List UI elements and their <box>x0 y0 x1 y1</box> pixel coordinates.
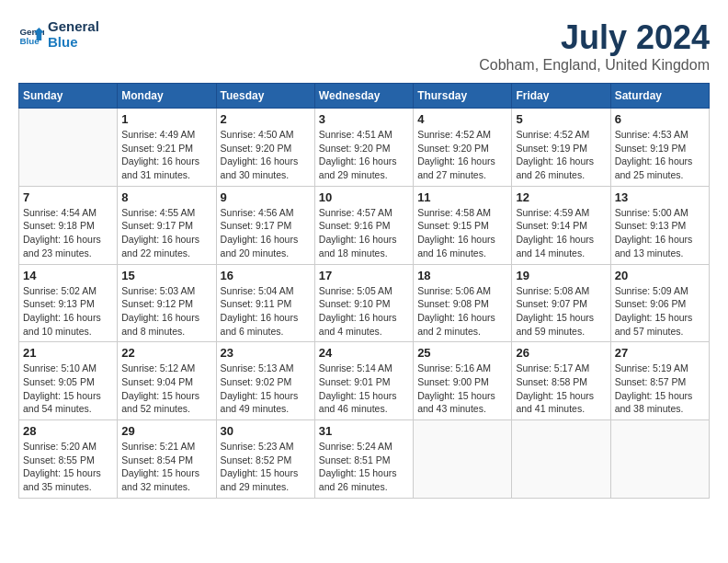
day-number: 18 <box>417 269 507 282</box>
day-number: 27 <box>615 346 705 360</box>
calendar-cell: 27Sunrise: 5:19 AMSunset: 8:57 PMDayligh… <box>610 342 709 420</box>
day-info: Sunrise: 5:06 AMSunset: 9:08 PMDaylight:… <box>417 284 507 339</box>
calendar-cell: 13Sunrise: 5:00 AMSunset: 9:13 PMDayligh… <box>610 186 709 264</box>
day-info: Sunrise: 5:04 AMSunset: 9:11 PMDaylight:… <box>221 284 311 339</box>
day-info: Sunrise: 5:19 AMSunset: 8:57 PMDaylight:… <box>615 362 705 416</box>
day-info: Sunrise: 4:58 AMSunset: 9:15 PMDaylight:… <box>417 206 507 260</box>
day-info: Sunrise: 5:02 AMSunset: 9:13 PMDaylight:… <box>23 284 113 339</box>
day-number: 2 <box>221 112 311 126</box>
day-header-tuesday: Tuesday <box>216 84 314 109</box>
day-header-friday: Friday <box>512 84 610 109</box>
calendar-cell: 21Sunrise: 5:10 AMSunset: 9:05 PMDayligh… <box>19 342 118 420</box>
calendar-cell: 18Sunrise: 5:06 AMSunset: 9:08 PMDayligh… <box>414 264 512 342</box>
day-info: Sunrise: 5:12 AMSunset: 9:04 PMDaylight:… <box>121 362 211 416</box>
day-info: Sunrise: 5:24 AMSunset: 8:51 PMDaylight:… <box>319 440 409 494</box>
calendar-cell: 4Sunrise: 4:52 AMSunset: 9:20 PMDaylight… <box>414 109 512 187</box>
day-info: Sunrise: 5:03 AMSunset: 9:12 PMDaylight:… <box>121 284 211 339</box>
day-number: 28 <box>23 424 113 438</box>
day-number: 16 <box>221 269 311 282</box>
calendar-cell <box>512 420 610 499</box>
day-info: Sunrise: 5:09 AMSunset: 9:06 PMDaylight:… <box>615 284 705 339</box>
calendar-cell: 10Sunrise: 4:57 AMSunset: 9:16 PMDayligh… <box>314 186 413 264</box>
day-number: 11 <box>417 190 507 204</box>
day-number: 26 <box>516 346 606 360</box>
calendar-cell: 16Sunrise: 5:04 AMSunset: 9:11 PMDayligh… <box>216 264 314 342</box>
logo-icon: General Blue <box>18 21 44 47</box>
day-info: Sunrise: 5:23 AMSunset: 8:52 PMDaylight:… <box>221 440 311 494</box>
day-info: Sunrise: 4:57 AMSunset: 9:16 PMDaylight:… <box>319 206 409 260</box>
calendar-cell: 5Sunrise: 4:52 AMSunset: 9:19 PMDaylight… <box>512 109 610 187</box>
day-header-thursday: Thursday <box>414 84 512 109</box>
calendar-table: SundayMondayTuesdayWednesdayThursdayFrid… <box>18 83 710 499</box>
day-number: 7 <box>23 190 113 204</box>
day-header-monday: Monday <box>118 84 216 109</box>
calendar-cell: 1Sunrise: 4:49 AMSunset: 9:21 PMDaylight… <box>118 109 216 187</box>
calendar-cell: 19Sunrise: 5:08 AMSunset: 9:07 PMDayligh… <box>512 264 610 342</box>
calendar-cell: 11Sunrise: 4:58 AMSunset: 9:15 PMDayligh… <box>414 186 512 264</box>
day-info: Sunrise: 4:54 AMSunset: 9:18 PMDaylight:… <box>23 206 113 260</box>
calendar-cell: 26Sunrise: 5:17 AMSunset: 8:58 PMDayligh… <box>512 342 610 420</box>
day-info: Sunrise: 4:52 AMSunset: 9:19 PMDaylight:… <box>516 128 606 182</box>
day-info: Sunrise: 4:55 AMSunset: 9:17 PMDaylight:… <box>121 206 211 260</box>
calendar-cell: 22Sunrise: 5:12 AMSunset: 9:04 PMDayligh… <box>118 342 216 420</box>
day-info: Sunrise: 4:50 AMSunset: 9:20 PMDaylight:… <box>221 128 311 182</box>
calendar-cell: 2Sunrise: 4:50 AMSunset: 9:20 PMDaylight… <box>216 109 314 187</box>
day-number: 31 <box>319 424 409 438</box>
calendar-cell <box>19 109 118 187</box>
calendar-cell: 31Sunrise: 5:24 AMSunset: 8:51 PMDayligh… <box>314 420 413 499</box>
calendar-cell: 6Sunrise: 4:53 AMSunset: 9:19 PMDaylight… <box>610 109 709 187</box>
day-number: 24 <box>319 346 409 360</box>
day-header-saturday: Saturday <box>610 84 709 109</box>
day-info: Sunrise: 5:16 AMSunset: 9:00 PMDaylight:… <box>417 362 507 416</box>
calendar-cell: 15Sunrise: 5:03 AMSunset: 9:12 PMDayligh… <box>118 264 216 342</box>
calendar-cell: 7Sunrise: 4:54 AMSunset: 9:18 PMDaylight… <box>19 186 118 264</box>
day-header-wednesday: Wednesday <box>314 84 413 109</box>
day-number: 9 <box>221 190 311 204</box>
day-number: 30 <box>221 424 311 438</box>
day-number: 19 <box>516 269 606 282</box>
day-info: Sunrise: 5:20 AMSunset: 8:55 PMDaylight:… <box>23 440 113 494</box>
calendar-cell: 20Sunrise: 5:09 AMSunset: 9:06 PMDayligh… <box>610 264 709 342</box>
day-number: 6 <box>615 112 705 126</box>
day-number: 3 <box>319 112 409 126</box>
day-info: Sunrise: 5:05 AMSunset: 9:10 PMDaylight:… <box>319 284 409 339</box>
day-info: Sunrise: 5:13 AMSunset: 9:02 PMDaylight:… <box>221 362 311 416</box>
day-number: 20 <box>615 269 705 282</box>
day-number: 4 <box>417 112 507 126</box>
day-info: Sunrise: 5:08 AMSunset: 9:07 PMDaylight:… <box>516 284 606 339</box>
day-number: 13 <box>615 190 705 204</box>
calendar-cell: 17Sunrise: 5:05 AMSunset: 9:10 PMDayligh… <box>314 264 413 342</box>
day-info: Sunrise: 4:49 AMSunset: 9:21 PMDaylight:… <box>121 128 211 182</box>
calendar-cell <box>414 420 512 499</box>
day-info: Sunrise: 5:14 AMSunset: 9:01 PMDaylight:… <box>319 362 409 416</box>
day-number: 1 <box>121 112 211 126</box>
page-header: General Blue General Blue July 2024 Cobh… <box>18 18 710 74</box>
day-info: Sunrise: 4:53 AMSunset: 9:19 PMDaylight:… <box>615 128 705 182</box>
day-header-sunday: Sunday <box>19 84 118 109</box>
day-number: 5 <box>516 112 606 126</box>
calendar-cell: 24Sunrise: 5:14 AMSunset: 9:01 PMDayligh… <box>314 342 413 420</box>
day-info: Sunrise: 5:17 AMSunset: 8:58 PMDaylight:… <box>516 362 606 416</box>
calendar-cell: 29Sunrise: 5:21 AMSunset: 8:54 PMDayligh… <box>118 420 216 499</box>
logo-blue: Blue <box>48 34 99 50</box>
calendar-cell: 23Sunrise: 5:13 AMSunset: 9:02 PMDayligh… <box>216 342 314 420</box>
calendar-cell: 14Sunrise: 5:02 AMSunset: 9:13 PMDayligh… <box>19 264 118 342</box>
calendar-cell: 25Sunrise: 5:16 AMSunset: 9:00 PMDayligh… <box>414 342 512 420</box>
calendar-cell: 12Sunrise: 4:59 AMSunset: 9:14 PMDayligh… <box>512 186 610 264</box>
day-number: 15 <box>121 269 211 282</box>
day-number: 17 <box>319 269 409 282</box>
day-number: 14 <box>23 269 113 282</box>
logo-general: General <box>48 18 99 34</box>
day-number: 12 <box>516 190 606 204</box>
calendar-cell: 3Sunrise: 4:51 AMSunset: 9:20 PMDaylight… <box>314 109 413 187</box>
calendar-cell: 8Sunrise: 4:55 AMSunset: 9:17 PMDaylight… <box>118 186 216 264</box>
month-title: July 2024 <box>479 18 710 57</box>
day-number: 23 <box>221 346 311 360</box>
day-info: Sunrise: 4:51 AMSunset: 9:20 PMDaylight:… <box>319 128 409 182</box>
day-number: 21 <box>23 346 113 360</box>
day-number: 8 <box>121 190 211 204</box>
title-section: July 2024 Cobham, England, United Kingdo… <box>479 18 710 74</box>
logo: General Blue General Blue <box>18 18 99 50</box>
day-info: Sunrise: 5:00 AMSunset: 9:13 PMDaylight:… <box>615 206 705 260</box>
day-number: 29 <box>121 424 211 438</box>
